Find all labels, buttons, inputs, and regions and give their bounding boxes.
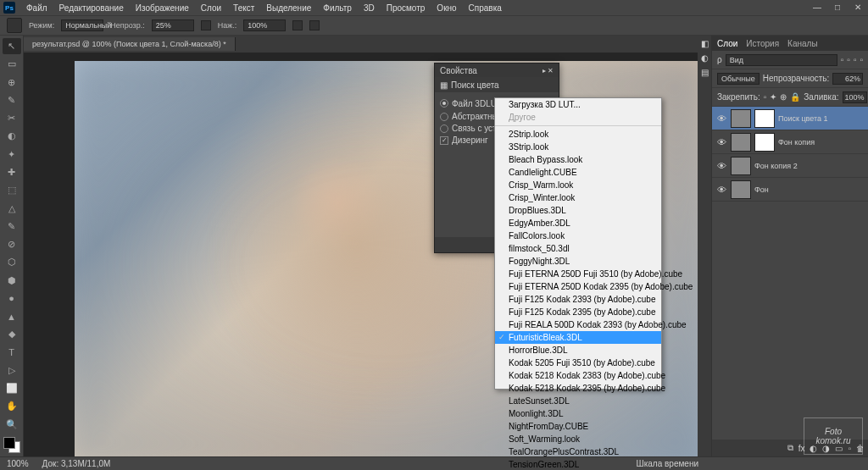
blend-mode-select[interactable]: Обычные bbox=[717, 73, 760, 85]
visibility-icon[interactable]: 👁 bbox=[715, 161, 727, 171]
menu-слои[interactable]: Слои bbox=[195, 2, 227, 14]
lut-option[interactable]: LateSunset.3DL bbox=[495, 395, 661, 407]
lut-option[interactable]: Kodak 5218 Kodak 2395 (by Adobe).cube bbox=[495, 382, 661, 395]
panel-close-icon[interactable]: ▸ ✕ bbox=[542, 67, 554, 75]
visibility-icon[interactable]: 👁 bbox=[715, 113, 727, 124]
collapsed-panel-icon[interactable]: ▤ bbox=[701, 68, 709, 77]
tool-4[interactable]: ✂ bbox=[3, 110, 21, 126]
layer-item[interactable]: 👁Фон копия bbox=[712, 130, 868, 154]
filter-icon[interactable]: ▫ bbox=[841, 55, 844, 64]
lut-option[interactable]: Kodak 5218 Kodak 2383 (by Adobe).cube bbox=[495, 369, 661, 382]
opacity-input[interactable]: 25% bbox=[152, 19, 194, 31]
layers-tab[interactable]: Слои bbox=[717, 39, 737, 48]
menu-изображение[interactable]: Изображение bbox=[130, 2, 195, 14]
lut-option[interactable]: FallColors.look bbox=[495, 229, 661, 242]
lut-option[interactable]: Crisp_Warm.look bbox=[495, 179, 661, 191]
tool-15[interactable]: ▲ bbox=[3, 308, 21, 324]
tool-3[interactable]: ✎ bbox=[3, 92, 21, 108]
tool-20[interactable]: ✋ bbox=[3, 398, 21, 414]
collapsed-panel-icon[interactable]: ◧ bbox=[701, 39, 709, 48]
lut-option[interactable]: ✓FuturisticBleak.3DL bbox=[495, 331, 661, 344]
lut-option[interactable]: Bleach Bypass.look bbox=[495, 153, 661, 166]
lock-icon[interactable]: ✦ bbox=[770, 92, 776, 102]
lut-option[interactable]: TealOrangePlusContrast.3DL bbox=[495, 445, 661, 458]
lut-option[interactable]: Kodak 5205 Fuji 3510 (by Adobe).cube bbox=[495, 357, 661, 369]
tool-7[interactable]: ✚ bbox=[3, 164, 21, 180]
fill-input[interactable]: 100% bbox=[843, 91, 867, 103]
lut-option[interactable]: Fuji F125 Kodak 2393 (by Adobe).cube bbox=[495, 293, 661, 306]
radio-abstract[interactable] bbox=[440, 113, 448, 121]
radio-device[interactable] bbox=[440, 124, 448, 133]
filter-icon[interactable]: ▫ bbox=[847, 55, 850, 64]
tool-0[interactable]: ↖ bbox=[3, 38, 21, 54]
lut-option[interactable]: Soft_Warming.look bbox=[495, 433, 661, 445]
airbrush-toggle[interactable] bbox=[292, 20, 303, 30]
lock-icon[interactable]: ▫ bbox=[764, 92, 767, 102]
tool-14[interactable]: ● bbox=[3, 290, 21, 307]
tool-16[interactable]: ◆ bbox=[3, 326, 21, 342]
lut-option[interactable]: Fuji ETERNA 250D Kodak 2395 (by Adobe).c… bbox=[495, 280, 661, 293]
layer-item[interactable]: 👁Поиск цвета 1 bbox=[712, 107, 868, 130]
lut-option[interactable]: 3Strip.look bbox=[495, 141, 661, 153]
lut-option[interactable]: Moonlight.3DL bbox=[495, 407, 661, 420]
tool-11[interactable]: ⊘ bbox=[3, 236, 21, 252]
visibility-icon[interactable]: 👁 bbox=[715, 137, 727, 147]
menu-просмотр[interactable]: Просмотр bbox=[381, 2, 431, 14]
lut-option[interactable]: Fuji ETERNA 250D Fuji 3510 (by Adobe).cu… bbox=[495, 268, 661, 280]
menu-окно[interactable]: Окно bbox=[431, 2, 462, 14]
lut-option[interactable]: NightFromDay.CUBE bbox=[495, 420, 661, 433]
menu-файл[interactable]: Файл bbox=[20, 2, 53, 14]
lut-option[interactable]: Загрузка 3D LUT... bbox=[495, 98, 661, 111]
menu-текст[interactable]: Текст bbox=[227, 2, 260, 14]
tool-13[interactable]: ⬢ bbox=[3, 272, 21, 288]
history-tab[interactable]: История bbox=[746, 39, 779, 48]
minimize-button[interactable]: — bbox=[807, 0, 827, 14]
link-layers-icon[interactable]: ⧉ bbox=[787, 443, 793, 453]
tool-1[interactable]: ▭ bbox=[3, 56, 21, 72]
filter-icon[interactable]: ▫ bbox=[854, 55, 857, 64]
color-swatches[interactable] bbox=[3, 437, 20, 453]
tool-12[interactable]: ⬡ bbox=[3, 254, 21, 270]
layer-item[interactable]: 👁Фон копия 2 bbox=[712, 154, 868, 178]
tool-21[interactable]: 🔍 bbox=[3, 417, 21, 433]
lut-option[interactable]: EdgyAmber.3DL bbox=[495, 217, 661, 229]
tool-10[interactable]: ✎ bbox=[3, 218, 21, 235]
lock-icon[interactable]: 🔒 bbox=[790, 92, 800, 102]
radio-3dlut[interactable] bbox=[440, 99, 448, 108]
collapsed-panels[interactable]: ◧ ◐ ▤ bbox=[698, 36, 711, 456]
tool-19[interactable]: ⬜ bbox=[3, 380, 21, 396]
zoom-level[interactable]: 100% bbox=[7, 459, 29, 468]
layer-opacity-input[interactable]: 62% bbox=[832, 73, 863, 85]
tool-18[interactable]: ▷ bbox=[3, 362, 21, 379]
collapsed-panel-icon[interactable]: ◐ bbox=[701, 53, 709, 63]
pressure-opacity-toggle[interactable] bbox=[201, 20, 211, 30]
menu-3d[interactable]: 3D bbox=[358, 2, 381, 14]
tool-8[interactable]: ⬚ bbox=[3, 182, 21, 198]
lut-option[interactable]: Fuji F125 Kodak 2395 (by Adobe).cube bbox=[495, 306, 661, 318]
document-tab[interactable]: результат.psd @ 100% (Поиск цвета 1, Сло… bbox=[24, 37, 236, 51]
layer-filter-select[interactable]: Вид bbox=[726, 54, 837, 66]
visibility-icon[interactable]: 👁 bbox=[715, 185, 727, 195]
flow-input[interactable]: 100% bbox=[243, 19, 286, 31]
tool-17[interactable]: T bbox=[3, 345, 21, 361]
tool-5[interactable]: ◐ bbox=[3, 128, 21, 144]
lock-icon[interactable]: ⊕ bbox=[780, 92, 787, 102]
lut-option[interactable]: filmstock_50.3dl bbox=[495, 242, 661, 255]
dither-checkbox[interactable]: ✓ bbox=[440, 136, 448, 145]
tool-2[interactable]: ⊕ bbox=[3, 75, 21, 91]
lut-option[interactable]: DropBlues.3DL bbox=[495, 204, 661, 217]
doc-size[interactable]: Док: 3,13M/11,0M bbox=[42, 459, 111, 468]
channels-tab[interactable]: Каналы bbox=[787, 39, 818, 48]
lut-option[interactable]: TensionGreen.3DL bbox=[495, 458, 661, 470]
lut-option[interactable]: Crisp_Winter.look bbox=[495, 191, 661, 204]
lut-option[interactable]: 2Strip.look bbox=[495, 128, 661, 141]
menu-фильтр[interactable]: Фильтр bbox=[317, 2, 358, 14]
lut-option[interactable]: Fuji REALA 500D Kodak 2393 (by Adobe).cu… bbox=[495, 318, 661, 331]
pressure-size-toggle[interactable] bbox=[309, 20, 320, 30]
tool-6[interactable]: ✦ bbox=[3, 147, 21, 163]
tool-preset-icon[interactable] bbox=[7, 18, 22, 33]
mode-select[interactable]: Нормальный bbox=[61, 19, 103, 31]
tool-9[interactable]: △ bbox=[3, 200, 21, 216]
lut-option[interactable]: HorrorBlue.3DL bbox=[495, 344, 661, 357]
menu-выделение[interactable]: Выделение bbox=[260, 2, 317, 14]
